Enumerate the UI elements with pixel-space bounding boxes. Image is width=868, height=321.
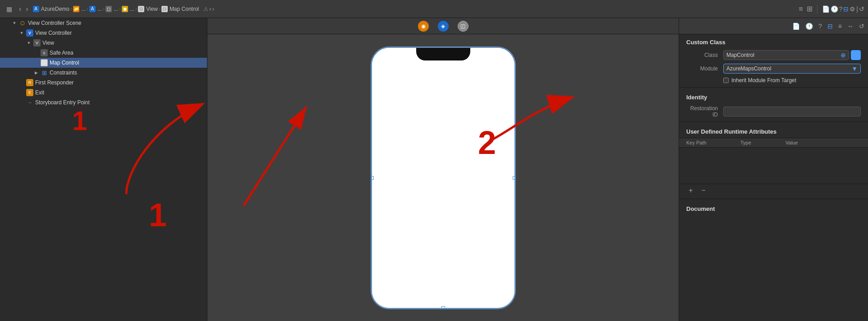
svg-line-1 (243, 107, 307, 206)
handle-mid-right[interactable] (513, 176, 515, 180)
udra-table-actions: + − (679, 184, 868, 197)
section-divider-1 (679, 87, 868, 88)
insp-clock-icon[interactable]: 🕐 (805, 23, 813, 30)
safe-area-icon: S (41, 49, 48, 56)
section-divider-3 (679, 199, 868, 199)
bc-file1[interactable]: A ... (89, 6, 102, 12)
settings-icon[interactable]: ⚙ (850, 5, 855, 13)
handle-mid-left[interactable] (371, 176, 374, 180)
split-view-icon[interactable]: ⊟ (843, 5, 849, 13)
sidebar-item-exit[interactable]: E Exit (0, 88, 207, 98)
restoration-id-field (723, 107, 861, 116)
class-value: MapControl (726, 52, 754, 58)
remove-attribute-button[interactable]: − (699, 186, 708, 195)
bc-file2-icon: ◻ (106, 6, 112, 12)
insp-size-icon[interactable]: ↔ (847, 23, 854, 30)
vc-icon: V (26, 29, 33, 37)
restoration-id-input[interactable] (723, 107, 861, 116)
module-select[interactable]: AzureMapsControl ▼ (723, 64, 861, 74)
sidebar-item-constraints[interactable]: ▶ ⊞ Constraints (0, 68, 207, 78)
grid-icon[interactable]: ▦ (4, 4, 14, 14)
first-responder-icon: R (26, 79, 33, 86)
handle-top-right[interactable] (513, 47, 515, 50)
entry-point-icon: → (26, 99, 33, 106)
module-field: AzureMapsControl ▼ (723, 64, 861, 74)
module-row: Module AzureMapsControl ▼ (679, 62, 868, 75)
entry-point-label: Storyboard Entry Point (35, 99, 90, 106)
add-attribute-button[interactable]: + (686, 186, 695, 195)
bc-file2-label: ... (114, 6, 118, 12)
bc-folder[interactable]: 📁 ... (73, 6, 86, 12)
annotation-1: 1 (72, 107, 87, 135)
safe-area-label: Safe Area (50, 50, 73, 56)
breadcrumb-forward[interactable]: › (212, 5, 214, 12)
sidebar-item-first-responder[interactable]: R First Responder (0, 78, 207, 88)
inherit-label: Inherit Module From Target (731, 77, 796, 84)
class-arrow-btn[interactable]: ▶ (851, 50, 861, 60)
exit-icon: E (26, 89, 33, 96)
toolbar-divider (817, 5, 817, 14)
bc-map-control[interactable]: □ Map Control (161, 6, 199, 12)
constraints-icon: ⊞ (41, 69, 48, 76)
sidebar-item-vc-scene[interactable]: ▼ ⬡ View Controller Scene (0, 18, 207, 28)
refresh-icon[interactable]: ↺ (859, 5, 864, 13)
bc-sep-1: › (70, 6, 72, 12)
sidebar-item-entry-point[interactable]: → Storyboard Entry Point (0, 98, 207, 107)
bc-map-icon: □ (161, 6, 168, 12)
clock-icon[interactable]: 🕐 (831, 5, 838, 13)
canvas-tool-3[interactable]: ◫ (458, 21, 468, 32)
disclosure-safe (32, 49, 40, 56)
breadcrumb-back[interactable]: ‹ (209, 5, 211, 12)
bc-sep-5: › (135, 6, 137, 12)
view-label: View (42, 40, 54, 46)
insp-help-icon[interactable]: ? (818, 23, 822, 30)
file-icon[interactable]: 📄 (822, 5, 830, 13)
handle-bot-left[interactable] (371, 306, 374, 309)
bc-file2[interactable]: ◻ ... (106, 6, 118, 12)
menu-icon[interactable]: ≡ (799, 5, 803, 13)
canvas-tool-2[interactable]: ◈ (438, 21, 449, 32)
phone-frame (371, 47, 515, 309)
exit-label: Exit (35, 89, 44, 96)
nav-buttons: ‹ › (17, 4, 30, 14)
inherit-module-row: Inherit Module From Target (679, 75, 868, 85)
document-title: Document (679, 201, 868, 215)
bc-sep-3: › (103, 6, 105, 12)
sidebar-item-view[interactable]: ▼ V View (0, 38, 207, 48)
inspector-panel: 📄 🕐 ? ⊟ ≡ ↔ ↺ Custom Class Class MapCont… (679, 18, 868, 321)
bc-view[interactable]: □ View (138, 6, 158, 12)
canvas-tool-1[interactable]: ◉ (418, 21, 429, 32)
inherit-checkbox[interactable] (723, 78, 729, 83)
col-value: Value (785, 140, 861, 145)
handle-top-left[interactable] (371, 47, 374, 50)
disclosure-view: ▼ (25, 39, 32, 47)
class-select[interactable]: MapControl ⊕ (723, 50, 849, 60)
insp-file-icon[interactable]: 📄 (792, 23, 800, 30)
col-type: Type (740, 140, 785, 145)
help-icon[interactable]: ? (839, 5, 843, 13)
bc-view-label: View (146, 6, 158, 12)
bc-sep-2: › (87, 6, 88, 12)
bc-storyboard[interactable]: ◼ ... (122, 6, 134, 12)
disclosure-vc: ▼ (18, 29, 25, 37)
bc-map-label: Map Control (170, 6, 199, 12)
add-icon[interactable]: ⊞ (807, 5, 813, 13)
forward-button[interactable]: › (24, 4, 30, 14)
sidebar-item-vc[interactable]: ▼ V View Controller (0, 28, 207, 38)
sidebar-item-safe-area[interactable]: S Safe Area (0, 48, 207, 58)
handle-bot-right[interactable] (513, 306, 515, 309)
bc-sep-6: › (159, 6, 161, 12)
insp-attr-icon[interactable]: ≡ (838, 23, 842, 30)
insp-conn-icon[interactable]: ↺ (859, 23, 864, 30)
bc-azure-demo[interactable]: A AzureDemo (33, 6, 69, 12)
sidebar-item-map-control[interactable]: □ Map Control (0, 58, 207, 68)
inspector-icon-bar: 📄 🕐 ? ⊟ ≡ ↔ ↺ (679, 18, 868, 34)
bc-azure-icon: A (33, 6, 39, 12)
udra-table-body (679, 148, 868, 184)
back-button[interactable]: ‹ (17, 4, 23, 14)
bc-sep-4: › (119, 6, 121, 12)
handle-bot-mid[interactable] (441, 306, 445, 309)
insp-identity-icon[interactable]: ⊟ (827, 23, 833, 30)
custom-class-title: Custom Class (679, 34, 868, 48)
disclosure-responder (18, 79, 25, 86)
